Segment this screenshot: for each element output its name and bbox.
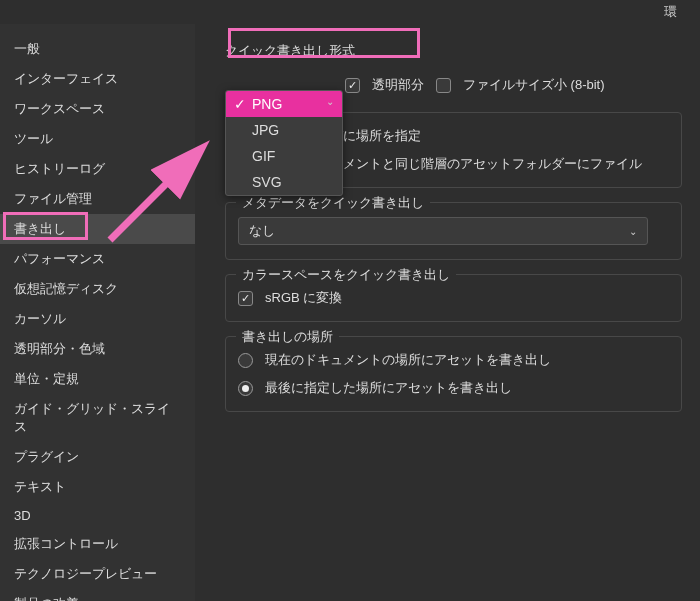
export-location2-radio-doc[interactable] [238, 353, 253, 368]
transparency-checkbox[interactable] [345, 78, 360, 93]
sidebar-item-type[interactable]: テキスト [0, 472, 195, 502]
sidebar-item-general[interactable]: 一般 [0, 34, 195, 64]
sidebar-item-enhanced-controls[interactable]: 拡張コントロール [0, 529, 195, 559]
format-option-png[interactable]: PNG ⌄ [226, 91, 342, 117]
sidebar-item-cursors[interactable]: カーソル [0, 304, 195, 334]
sidebar-item-units-rulers[interactable]: 単位・定規 [0, 364, 195, 394]
section-title-quick-export-format: クイック書き出し形式 [225, 42, 355, 60]
format-option-svg[interactable]: SVG [226, 169, 342, 195]
export-location2-radio-last[interactable] [238, 381, 253, 396]
sidebar: 一般 インターフェイス ワークスペース ツール ヒストリーログ ファイル管理 書… [0, 24, 195, 601]
metadata-legend: メタデータをクイック書き出し [236, 194, 430, 212]
sidebar-item-product-improvement[interactable]: 製品の改善 [0, 589, 195, 601]
window-title: 環 [0, 0, 700, 24]
sidebar-item-interface[interactable]: インターフェイス [0, 64, 195, 94]
colorspace-legend: カラースペースをクイック書き出し [236, 266, 456, 284]
small-file-checkbox[interactable] [436, 78, 451, 93]
sidebar-item-3d[interactable]: 3D [0, 502, 195, 529]
chevron-down-icon: ⌄ [629, 226, 637, 237]
metadata-select[interactable]: なし ⌄ [238, 217, 648, 245]
srgb-checkbox[interactable] [238, 291, 253, 306]
format-option-gif[interactable]: GIF [226, 143, 342, 169]
export-location2-label-doc: 現在のドキュメントの場所にアセットを書き出し [265, 351, 551, 369]
sidebar-item-scratch-disks[interactable]: 仮想記憶ディスク [0, 274, 195, 304]
sidebar-item-export[interactable]: 書き出し [0, 214, 195, 244]
sidebar-item-tools[interactable]: ツール [0, 124, 195, 154]
sidebar-item-performance[interactable]: パフォーマンス [0, 244, 195, 274]
export-location2-label-last: 最後に指定した場所にアセットを書き出し [265, 379, 512, 397]
sidebar-item-history-log[interactable]: ヒストリーログ [0, 154, 195, 184]
sidebar-item-plugins[interactable]: プラグイン [0, 442, 195, 472]
sidebar-item-tech-previews[interactable]: テクノロジープレビュー [0, 559, 195, 589]
sidebar-item-guides-grid-slices[interactable]: ガイド・グリッド・スライス [0, 394, 195, 442]
format-dropdown[interactable]: PNG ⌄ JPG GIF SVG [225, 90, 343, 196]
export-location-legend-2: 書き出しの場所 [236, 328, 339, 346]
sidebar-item-file-handling[interactable]: ファイル管理 [0, 184, 195, 214]
srgb-label: sRGB に変換 [265, 289, 342, 307]
chevron-down-icon: ⌄ [326, 96, 334, 107]
format-option-jpg[interactable]: JPG [226, 117, 342, 143]
main-panel: クイック書き出し形式 透明部分 ファイルサイズ小 (8-bit) き出しの場所 … [195, 24, 700, 601]
metadata-select-value: なし [249, 222, 275, 240]
sidebar-item-workspace[interactable]: ワークスペース [0, 94, 195, 124]
transparency-label: 透明部分 [372, 76, 424, 94]
sidebar-item-transparency-gamut[interactable]: 透明部分・色域 [0, 334, 195, 364]
small-file-label: ファイルサイズ小 (8-bit) [463, 76, 605, 94]
